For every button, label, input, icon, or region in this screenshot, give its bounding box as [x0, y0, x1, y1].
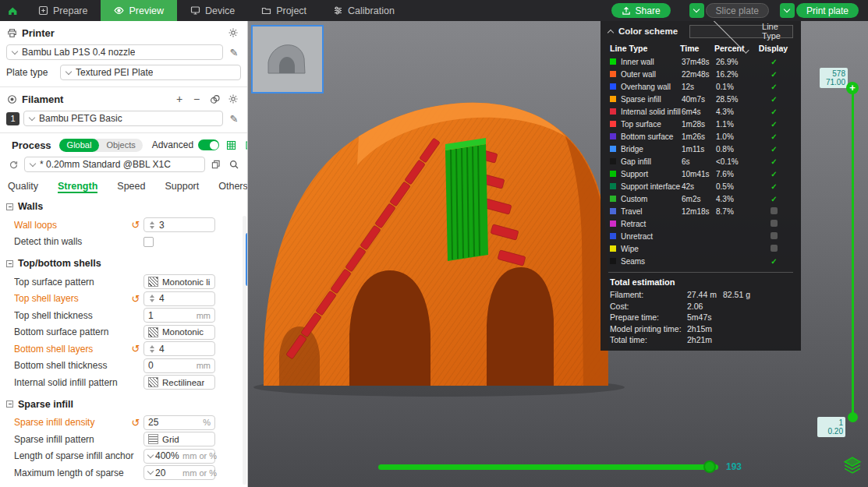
scope-objects-option[interactable]: Objects	[99, 139, 142, 152]
section-walls[interactable]: Walls	[0, 196, 247, 217]
process-preset-dropdown[interactable]: * 0.20mm Standard @BBL X1C	[24, 157, 205, 172]
line-type-percent: 4.3%	[716, 108, 755, 116]
line-type-percent: 1.0%	[716, 132, 755, 141]
filament-dropdown[interactable]: Bambu PETG Basic	[23, 111, 223, 126]
display-toggle[interactable]: ✓	[755, 83, 793, 91]
tab-prepare[interactable]: Prepare	[25, 0, 101, 21]
spinner-arrows-icon[interactable]	[148, 295, 156, 302]
edit-printer-icon[interactable]: ✎	[227, 45, 241, 59]
internal-solid-infill-pattern-dropdown[interactable]: Rectilinear	[143, 375, 215, 390]
layers-view-icon[interactable]	[843, 456, 862, 475]
display-toggle[interactable]: ✓	[755, 132, 793, 141]
bottom-shell-layers-input[interactable]	[159, 344, 211, 355]
compare-presets-icon[interactable]	[243, 138, 248, 152]
display-toggle[interactable]	[755, 220, 793, 228]
advanced-toggle[interactable]	[198, 139, 219, 150]
display-toggle[interactable]	[755, 232, 793, 241]
printer-icon	[7, 28, 17, 38]
section-sparse-infill[interactable]: Sparse infill	[0, 394, 247, 415]
revert-preset-icon[interactable]	[6, 157, 20, 171]
tab-speed[interactable]: Speed	[117, 181, 145, 193]
slice-plate-button[interactable]: Slice plate	[706, 3, 769, 18]
filament-settings-gear-icon[interactable]	[226, 92, 240, 106]
top-shell-thickness-input[interactable]	[148, 310, 194, 321]
layer-slider-track[interactable]	[852, 94, 854, 417]
section-shells[interactable]: Top/bottom shells	[0, 253, 247, 273]
slice-plate-label: Slice plate	[716, 5, 759, 16]
collapse-panel-icon[interactable]	[608, 29, 614, 35]
reset-icon[interactable]: ↺	[130, 220, 141, 230]
sparse-infill-pattern-dropdown[interactable]: Grid	[143, 432, 215, 446]
tab-calibration[interactable]: Calibration	[320, 0, 408, 21]
display-toggle[interactable]: ✓	[755, 170, 793, 178]
display-toggle[interactable]: ✓	[755, 120, 793, 129]
wall-loops-input[interactable]	[159, 220, 211, 231]
printer-model-dropdown[interactable]: Bambu Lab P1S 0.4 nozzle	[6, 44, 223, 60]
printer-settings-gear-icon[interactable]	[226, 26, 240, 40]
sparse-infill-density-input[interactable]	[148, 417, 200, 428]
display-toggle[interactable]: ✓	[755, 182, 793, 191]
save-preset-icon[interactable]	[209, 157, 223, 171]
share-button[interactable]: Share	[611, 3, 671, 18]
line-type-swatch	[610, 133, 616, 139]
one-layer-toggle-button[interactable]: +	[846, 82, 859, 94]
tab-strength[interactable]: Strength	[58, 181, 97, 193]
search-icon[interactable]	[227, 157, 241, 171]
plate-type-dropdown[interactable]: Textured PEI Plate	[60, 65, 241, 80]
display-toggle[interactable]	[755, 207, 793, 216]
home-button[interactable]	[0, 0, 25, 21]
top-surface-pattern-dropdown[interactable]: Monotonic li...	[143, 274, 215, 289]
step-slider-handle[interactable]	[703, 461, 716, 473]
setting-anchor-max-length: Maximum length of sparse mm or %	[0, 464, 247, 482]
setting-top-shell-thickness: Top shell thickness mm	[0, 307, 247, 324]
display-toggle[interactable]: ✓	[755, 95, 793, 104]
flush-volumes-icon[interactable]	[207, 92, 221, 106]
home-icon	[7, 5, 18, 16]
print-options-dropdown[interactable]	[780, 3, 795, 18]
spinner-arrows-icon[interactable]	[148, 221, 156, 229]
display-toggle[interactable]: ✓	[755, 145, 793, 154]
display-toggle[interactable]: ✓	[755, 195, 793, 203]
add-filament-icon[interactable]: +	[173, 93, 186, 105]
display-toggle[interactable]	[755, 245, 793, 253]
display-toggle[interactable]: ✓	[755, 257, 793, 266]
edit-filament-icon[interactable]: ✎	[227, 111, 241, 125]
sidebar-scrollbar[interactable]	[243, 216, 246, 485]
anchor-max-length-dropdown[interactable]: mm or %	[143, 465, 215, 480]
anchor-max-length-input[interactable]	[155, 468, 180, 478]
tab-quality[interactable]: Quality	[8, 181, 38, 193]
anchor-length-dropdown[interactable]: mm or %	[143, 449, 215, 464]
display-toggle[interactable]: ✓	[755, 157, 793, 166]
print-plate-button[interactable]: Print plate	[796, 3, 859, 18]
plate-thumbnail[interactable]	[251, 25, 324, 94]
sparse-infill-density-label: Sparse infill density	[14, 417, 130, 428]
slice-options-dropdown[interactable]	[689, 3, 704, 18]
tab-support[interactable]: Support	[165, 181, 199, 193]
preview-3d-viewport[interactable]: Color scheme Line Type Line Type Time Pe…	[248, 21, 868, 487]
parameter-table-icon[interactable]	[224, 138, 238, 152]
view-type-dropdown[interactable]: Line Type	[689, 25, 793, 38]
detect-thin-walls-checkbox[interactable]	[143, 237, 154, 247]
reset-icon[interactable]: ↺	[130, 418, 141, 428]
scope-global-option[interactable]: Global	[59, 139, 100, 152]
top-shell-layers-input[interactable]	[159, 293, 211, 304]
step-slider-track[interactable]	[378, 464, 718, 470]
tab-preview[interactable]: Preview	[101, 0, 176, 21]
reset-icon[interactable]: ↺	[130, 344, 141, 354]
filament-slot-badge[interactable]: 1	[6, 112, 19, 125]
display-toggle[interactable]: ✓	[755, 70, 793, 79]
display-toggle[interactable]: ✓	[755, 58, 793, 66]
display-toggle[interactable]: ✓	[755, 108, 793, 116]
bottom-surface-pattern-dropdown[interactable]: Monotonic	[143, 325, 215, 340]
layer-slider-handle[interactable]	[848, 412, 858, 422]
tab-device[interactable]: Device	[177, 0, 248, 21]
setting-bottom-shell-layers: Bottom shell layers ↺	[0, 341, 247, 358]
spinner-arrows-icon[interactable]	[148, 345, 156, 353]
reset-icon[interactable]: ↺	[130, 294, 141, 304]
tab-project[interactable]: Project	[248, 0, 320, 21]
bottom-shell-thickness-input[interactable]	[148, 360, 194, 371]
remove-filament-icon[interactable]: −	[190, 93, 203, 105]
anchor-length-input[interactable]	[155, 450, 180, 461]
legend-row: Unretract	[601, 230, 801, 242]
tab-others[interactable]: Others	[218, 181, 248, 193]
